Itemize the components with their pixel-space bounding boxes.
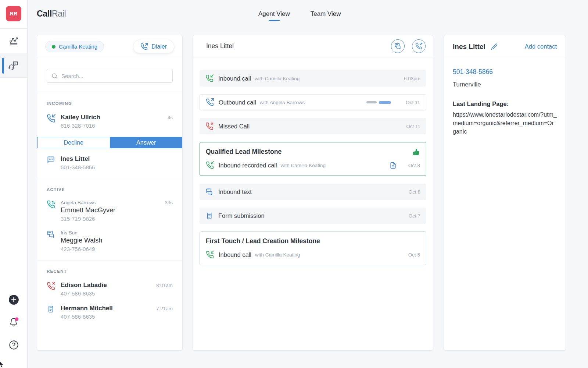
search-input[interactable] [61,73,168,79]
divider [37,261,182,261]
phone-active-icon [47,200,55,222]
agent-name: Camilla Keating [59,43,97,50]
active-text-item[interactable]: Iris Sun Meggie Walsh 423-756-0649 [47,230,173,252]
incoming-section-label: INCOMING [47,101,173,106]
agent-panel: Camilla Keating Dialer INCOMING [37,35,183,351]
phone-outgoing-icon [415,43,422,50]
bell-icon [9,317,19,327]
account-avatar[interactable]: RR [6,6,21,21]
form-icon [205,212,214,220]
timeline-panel: Ines Littel [193,35,433,351]
recent-missed-item[interactable]: Edison Labadie 8:01am 407-586-8635 [47,282,173,297]
timeline-event-inbound-text[interactable]: Inbound text Oct 8 [200,184,426,200]
decline-button[interactable]: Decline [37,137,110,148]
timeline-event-missed-call[interactable]: Missed Call Oct 11 [200,118,426,134]
phone-outgoing-icon [206,98,214,106]
chat-bubbles-icon [47,230,55,252]
call-time: 7:21am [156,306,173,311]
phone-missed-icon [47,282,55,297]
analytics-icon [9,36,19,46]
help-button[interactable] [0,340,27,350]
mouse-cursor [0,361,5,368]
event-time: Oct 5 [406,252,420,258]
phone-incoming-icon [206,251,214,259]
notification-dot [15,317,18,321]
answer-button[interactable]: Answer [110,137,183,148]
callrail-logo[interactable]: CallRail [37,9,66,19]
notifications-button[interactable] [0,317,27,327]
timeline-event-inbound-call[interactable]: Inbound call with Camilla Keating 6:03pm [200,70,426,86]
phone-missed-icon [205,122,214,130]
active-tab-underline [269,20,280,21]
texter-phone: 501-348-5866 [61,164,173,170]
agent-status-pill[interactable]: Camilla Keating [45,41,104,52]
add-button[interactable] [0,294,27,305]
sidebar-item-analytics[interactable] [0,28,27,53]
handling-agent: Iris Sun [61,230,78,236]
contact-name: Hermann Mitchell [61,305,113,312]
active-section-label: ACTIVE [47,187,173,192]
qualified-lead-milestone-card[interactable]: Qualified Lead Milestone Inbound recorde… [200,142,426,176]
chat-bubbles-icon [205,188,214,196]
contact-name: Meggie Walsh [61,237,173,244]
tag-pills [366,101,391,104]
active-indicator [2,58,4,74]
contact-phone: 315-719-9826 [61,216,173,222]
contact-city: Turnerville [453,81,557,88]
first-touch-milestone-card[interactable]: First Touch / Lead Creation Milestone In… [200,231,426,265]
incoming-text-item[interactable]: Ines Littel 501-348-5866 [47,155,173,170]
incoming-call-item[interactable]: Kailey Ullrich 4s 616-328-7016 [47,114,173,129]
tab-team-view[interactable]: Team View [311,10,341,21]
send-text-button[interactable] [391,39,405,53]
add-contact-link[interactable]: Add contact [525,43,557,50]
online-status-dot [52,45,55,49]
contact-phone: 407-586-8635 [61,314,173,320]
caller-name: Kailey Ullrich [61,114,100,121]
landing-page-url: https://www.lonestarlodestar.com/?utm_me… [453,110,557,136]
active-call-item[interactable]: Angela Barrows 33s Emmett MacGyver 315-7… [47,200,173,222]
caller-phone: 616-328-7016 [61,123,173,129]
landing-page-label: Last Landing Page: [453,100,557,107]
chat-bubble-icon [47,155,55,170]
call-button[interactable] [412,39,426,53]
chat-bubbles-icon [394,43,401,50]
sidebar-item-agent-inbox[interactable] [0,53,27,78]
timeline-contact-name: Ines Littel [206,42,234,50]
phone-incoming-icon [206,161,214,169]
contact-name: Ines Littel [453,43,485,51]
call-duration: 33s [165,200,173,205]
timeline-event-outbound-call[interactable]: Outbound call with Angela Barrows Oct 11 [200,94,426,110]
phone-outgoing-icon [140,43,148,50]
contact-phone-link[interactable]: 501-348-5866 [453,68,557,76]
help-icon [9,340,19,350]
agent-headset-chat-icon [8,60,19,71]
event-time: Oct 8 [406,163,420,168]
tab-agent-view[interactable]: Agent View [258,10,290,21]
thumbs-up-icon [413,148,420,156]
left-rail: RR [0,0,28,368]
call-actions: Decline Answer [37,137,182,148]
transcript-icon[interactable] [390,162,397,169]
search-field[interactable] [47,69,173,83]
contact-phone: 423-756-0649 [61,246,173,252]
recent-section-label: RECENT [47,269,173,273]
texter-name: Ines Littel [61,155,90,163]
phone-incoming-icon [47,114,55,129]
edit-pencil-icon[interactable] [491,43,498,50]
contact-name: Emmett MacGyver [61,206,173,214]
timeline-event-form-submission[interactable]: Form submission Oct 7 [200,208,426,224]
contact-detail-panel: Ines Littel Add contact 501-348-5866 Tur… [444,35,566,351]
tag-pill-gray [366,101,377,103]
event-time: Oct 11 [406,124,420,129]
plus-circle-icon [8,294,19,305]
dialer-button[interactable]: Dialer [133,40,174,53]
contact-name: Edison Labadie [61,282,107,289]
phone-incoming-icon [205,74,214,82]
view-tabs: Agent View Team View [258,10,341,21]
event-time: Oct 7 [409,213,420,219]
call-duration: 4s [168,115,173,120]
event-time: Oct 8 [409,189,420,195]
recent-form-item[interactable]: Hermann Mitchell 7:21am 407-586-8635 [47,305,173,320]
event-time: Oct 11 [406,100,420,105]
contact-phone: 407-586-8635 [61,290,173,297]
